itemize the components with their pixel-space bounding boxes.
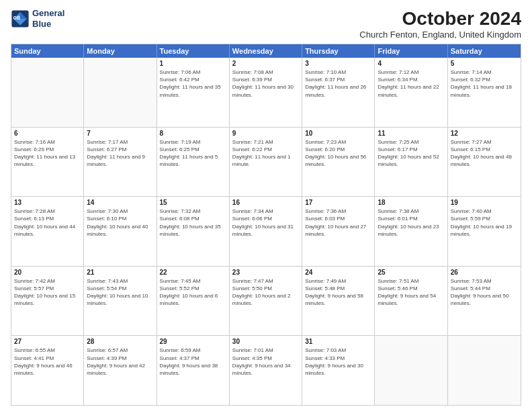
calendar-cell: 6Sunrise: 7:16 AM Sunset: 6:29 PM Daylig… [11,128,84,197]
cell-date: 4 [378,60,444,67]
calendar-row-1: 6Sunrise: 7:16 AM Sunset: 6:29 PM Daylig… [11,128,521,197]
cell-date: 14 [87,199,153,206]
cell-date: 8 [160,130,226,137]
cell-date: 25 [378,269,444,276]
cell-info: Sunrise: 6:59 AM Sunset: 4:37 PM Dayligh… [160,347,226,377]
calendar-cell: 10Sunrise: 7:23 AM Sunset: 6:20 PM Dayli… [302,128,375,197]
logo-text: General Blue [32,8,64,29]
calendar-cell: 3Sunrise: 7:10 AM Sunset: 6:37 PM Daylig… [302,58,375,127]
cell-info: Sunrise: 7:03 AM Sunset: 4:33 PM Dayligh… [305,347,371,377]
cell-date: 27 [14,338,81,345]
cell-date: 1 [160,60,226,67]
cell-info: Sunrise: 6:57 AM Sunset: 4:39 PM Dayligh… [87,347,153,377]
cell-date: 22 [160,269,226,276]
cell-date: 31 [305,338,371,345]
cell-info: Sunrise: 7:25 AM Sunset: 6:17 PM Dayligh… [378,138,444,169]
cell-info: Sunrise: 7:47 AM Sunset: 5:50 PM Dayligh… [232,277,299,308]
calendar-row-3: 20Sunrise: 7:42 AM Sunset: 5:57 PM Dayli… [11,267,521,336]
calendar-cell: 1Sunrise: 7:06 AM Sunset: 6:42 PM Daylig… [157,58,230,127]
cell-info: Sunrise: 7:10 AM Sunset: 6:37 PM Dayligh… [305,68,371,99]
calendar-cell: 9Sunrise: 7:21 AM Sunset: 6:22 PM Daylig… [230,128,302,197]
calendar-cell: 26Sunrise: 7:53 AM Sunset: 5:44 PM Dayli… [448,267,521,336]
logo-icon: GB [11,9,30,28]
calendar-cell: 16Sunrise: 7:34 AM Sunset: 6:06 PM Dayli… [230,197,302,266]
weekday-header-monday: Monday [84,44,157,58]
calendar-cell [84,58,157,127]
weekday-header-sunday: Sunday [11,44,84,58]
cell-info: Sunrise: 7:16 AM Sunset: 6:29 PM Dayligh… [14,138,81,169]
cell-date: 21 [87,269,153,276]
calendar-cell: 18Sunrise: 7:38 AM Sunset: 6:01 PM Dayli… [375,197,447,266]
calendar-cell: 12Sunrise: 7:27 AM Sunset: 6:15 PM Dayli… [448,128,521,197]
calendar-cell: 21Sunrise: 7:43 AM Sunset: 5:54 PM Dayli… [84,267,157,336]
cell-info: Sunrise: 7:53 AM Sunset: 5:44 PM Dayligh… [451,277,518,308]
cell-info: Sunrise: 7:49 AM Sunset: 5:48 PM Dayligh… [305,277,371,308]
calendar-header: SundayMondayTuesdayWednesdayThursdayFrid… [11,44,521,58]
cell-date: 5 [451,60,518,67]
cell-info: Sunrise: 7:12 AM Sunset: 6:34 PM Dayligh… [378,68,444,99]
calendar-cell [375,336,447,405]
cell-date: 2 [232,60,299,67]
calendar-cell: 28Sunrise: 6:57 AM Sunset: 4:39 PM Dayli… [84,336,157,405]
logo: GB General Blue [11,8,64,29]
calendar-cell: 15Sunrise: 7:32 AM Sunset: 6:08 PM Dayli… [157,197,230,266]
cell-date: 13 [14,199,81,206]
cell-date: 18 [378,199,444,206]
cell-info: Sunrise: 7:45 AM Sunset: 5:52 PM Dayligh… [160,277,226,308]
cell-info: Sunrise: 7:38 AM Sunset: 6:01 PM Dayligh… [378,208,444,238]
cell-date: 7 [87,130,153,137]
cell-info: Sunrise: 7:23 AM Sunset: 6:20 PM Dayligh… [305,138,371,169]
location: Church Fenton, England, United Kingdom [359,30,521,40]
cell-info: Sunrise: 7:36 AM Sunset: 6:03 PM Dayligh… [305,208,371,238]
calendar-cell: 7Sunrise: 7:17 AM Sunset: 6:27 PM Daylig… [84,128,157,197]
calendar-cell: 20Sunrise: 7:42 AM Sunset: 5:57 PM Dayli… [11,267,84,336]
calendar-cell: 29Sunrise: 6:59 AM Sunset: 4:37 PM Dayli… [157,336,230,405]
calendar-cell: 13Sunrise: 7:28 AM Sunset: 6:13 PM Dayli… [11,197,84,266]
cell-date: 9 [232,130,299,137]
cell-date: 20 [14,269,81,276]
title-block: October 2024 Church Fenton, England, Uni… [359,8,521,40]
calendar-cell: 23Sunrise: 7:47 AM Sunset: 5:50 PM Dayli… [230,267,302,336]
cell-date: 29 [160,338,226,345]
weekday-header-friday: Friday [375,44,447,58]
cell-info: Sunrise: 7:43 AM Sunset: 5:54 PM Dayligh… [87,277,153,308]
cell-info: Sunrise: 7:42 AM Sunset: 5:57 PM Dayligh… [14,277,81,308]
cell-info: Sunrise: 7:32 AM Sunset: 6:08 PM Dayligh… [160,208,226,238]
calendar-cell: 19Sunrise: 7:40 AM Sunset: 5:59 PM Dayli… [448,197,521,266]
calendar-cell: 24Sunrise: 7:49 AM Sunset: 5:48 PM Dayli… [302,267,375,336]
calendar-row-2: 13Sunrise: 7:28 AM Sunset: 6:13 PM Dayli… [11,197,521,267]
calendar-cell [11,58,84,127]
cell-info: Sunrise: 7:21 AM Sunset: 6:22 PM Dayligh… [232,138,299,169]
weekday-header-tuesday: Tuesday [157,44,230,58]
cell-info: Sunrise: 7:14 AM Sunset: 6:32 PM Dayligh… [451,68,518,99]
cell-info: Sunrise: 7:01 AM Sunset: 4:35 PM Dayligh… [232,347,299,377]
calendar-row-4: 27Sunrise: 6:55 AM Sunset: 4:41 PM Dayli… [11,336,521,405]
calendar-cell: 25Sunrise: 7:51 AM Sunset: 5:46 PM Dayli… [375,267,447,336]
cell-info: Sunrise: 7:51 AM Sunset: 5:46 PM Dayligh… [378,277,444,308]
calendar-cell: 11Sunrise: 7:25 AM Sunset: 6:17 PM Dayli… [375,128,447,197]
calendar-row-0: 1Sunrise: 7:06 AM Sunset: 6:42 PM Daylig… [11,58,521,128]
calendar-cell: 5Sunrise: 7:14 AM Sunset: 6:32 PM Daylig… [448,58,521,127]
weekday-header-saturday: Saturday [448,44,521,58]
month-title: October 2024 [359,8,521,30]
calendar-cell: 27Sunrise: 6:55 AM Sunset: 4:41 PM Dayli… [11,336,84,405]
calendar-body: 1Sunrise: 7:06 AM Sunset: 6:42 PM Daylig… [11,58,521,405]
cell-info: Sunrise: 6:55 AM Sunset: 4:41 PM Dayligh… [14,347,81,377]
cell-info: Sunrise: 7:08 AM Sunset: 6:39 PM Dayligh… [232,68,299,99]
calendar-cell [448,336,521,405]
cell-info: Sunrise: 7:34 AM Sunset: 6:06 PM Dayligh… [232,208,299,238]
svg-text:GB: GB [13,15,21,20]
cell-date: 16 [232,199,299,206]
cell-info: Sunrise: 7:30 AM Sunset: 6:10 PM Dayligh… [87,208,153,238]
logo-line1: General [32,8,64,19]
calendar-cell: 17Sunrise: 7:36 AM Sunset: 6:03 PM Dayli… [302,197,375,266]
cell-date: 12 [451,130,518,137]
calendar-cell: 30Sunrise: 7:01 AM Sunset: 4:35 PM Dayli… [230,336,302,405]
calendar-cell: 8Sunrise: 7:19 AM Sunset: 6:25 PM Daylig… [157,128,230,197]
cell-info: Sunrise: 7:28 AM Sunset: 6:13 PM Dayligh… [14,208,81,238]
cell-date: 15 [160,199,226,206]
cell-date: 17 [305,199,371,206]
logo-line2: Blue [32,19,64,30]
header: GB General Blue October 2024 Church Fent… [11,8,521,40]
cell-date: 11 [378,130,444,137]
